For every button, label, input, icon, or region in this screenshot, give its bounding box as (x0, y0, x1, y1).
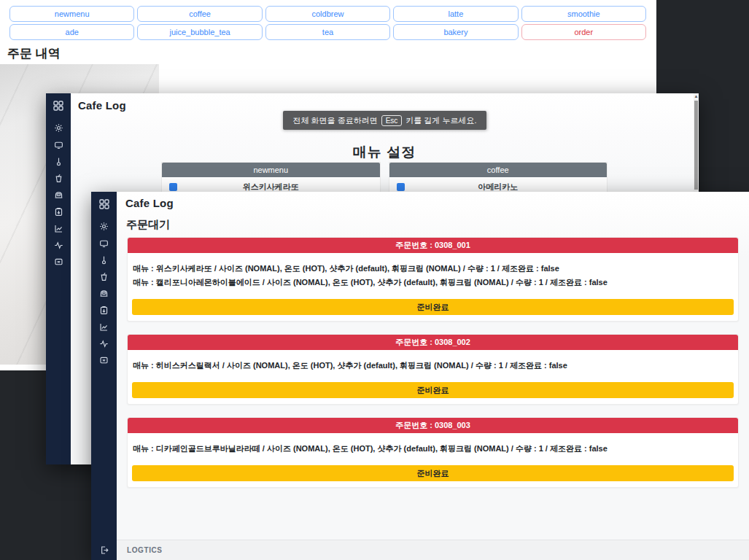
column-header: newmenu (162, 163, 380, 177)
order-number-bar: 주문번호 : 0308_001 (128, 238, 738, 253)
ready-button[interactable]: 준비완료 (132, 382, 734, 398)
order-history-title: 주문 내역 (7, 45, 61, 62)
tab-coffee[interactable]: coffee (137, 6, 262, 22)
order-wait-title: 주문대기 (126, 218, 170, 232)
orders-sidebar (91, 192, 117, 560)
ready-button[interactable]: 준비완료 (132, 465, 734, 481)
tab-order[interactable]: order (521, 24, 646, 40)
kiosk-icon[interactable] (54, 257, 63, 267)
monitor-icon[interactable] (99, 238, 109, 248)
column-header: coffee (389, 163, 608, 177)
menu-settings-title: 매뉴 설정 (162, 143, 607, 162)
drink-icon[interactable] (54, 174, 63, 183)
tab-newmenu[interactable]: newmenu (9, 6, 134, 22)
machine-icon[interactable] (54, 190, 63, 200)
order-item-line: 매뉴 : 위스키사케라또 / 사이즈 (NOMAL), 온도 (HOT), 샷추… (133, 262, 733, 276)
apps-icon[interactable] (53, 100, 64, 112)
apps-icon[interactable] (98, 198, 110, 210)
order-item-line: 매뉴 : 캘리포니아레몬하이볼에이드 / 사이즈 (NOMAL), 온도 (HO… (133, 276, 733, 289)
app-title: Cafe Log (125, 197, 174, 209)
gear-icon[interactable] (54, 123, 63, 133)
drink-icon[interactable] (99, 272, 109, 281)
menu-row-label: 위스키사케라또 (243, 182, 299, 192)
tab-latte[interactable]: latte (393, 6, 518, 22)
notice-text-post: 키를 길게 누르세요. (405, 115, 476, 126)
order-number-bar: 주문번호 : 0308_002 (128, 335, 738, 350)
orders-window: Cafe Log 주문대기 주문번호 : 0308_001 매뉴 : 위스키사케… (91, 192, 749, 560)
order-card-list: 주문번호 : 0308_001 매뉴 : 위스키사케라또 / 사이즈 (NOMA… (127, 237, 739, 488)
order-card: 주문번호 : 0308_001 매뉴 : 위스키사케라또 / 사이즈 (NOMA… (127, 237, 739, 322)
settings-sidebar (46, 93, 71, 464)
kiosk-icon[interactable] (99, 356, 109, 365)
order-item-line: 매뉴 : 히비스커스릴랙서 / 사이즈 (NOMAL), 온도 (HOT), 샷… (133, 359, 733, 373)
tab-coldbrew[interactable]: coldbrew (265, 6, 390, 22)
clipboard-icon[interactable] (99, 306, 109, 315)
tab-bakery[interactable]: bakery (393, 24, 518, 40)
orders-main: Cafe Log 주문대기 주문번호 : 0308_001 매뉴 : 위스키사케… (117, 192, 749, 560)
monitor-icon[interactable] (54, 140, 63, 149)
app-title: Cafe Log (78, 99, 126, 112)
chart-icon[interactable] (99, 322, 109, 332)
order-number-bar: 주문번호 : 0308_003 (128, 418, 738, 433)
order-card: 주문번호 : 0308_003 매뉴 : 디카페인골드브루바닐라라떼 / 사이즈… (127, 417, 739, 488)
menu-row-label: 아메리카노 (478, 182, 518, 192)
checkbox[interactable] (397, 183, 405, 191)
tab-tea[interactable]: tea (265, 24, 390, 40)
checkbox[interactable] (169, 183, 177, 191)
machine-icon[interactable] (99, 289, 109, 298)
activity-icon[interactable] (54, 241, 63, 250)
scrollbar-up-arrow[interactable]: ▲ (694, 94, 699, 98)
desktop: newmenu coffee coldbrew latte smoothie a… (0, 0, 749, 560)
clipboard-icon[interactable] (54, 207, 63, 217)
order-card: 주문번호 : 0308_002 매뉴 : 히비스커스릴랙서 / 사이즈 (NOM… (127, 334, 739, 405)
order-item-line: 매뉴 : 디카페인골드브루바닐라라떼 / 사이즈 (NOMAL), 온도 (HO… (133, 442, 733, 456)
gear-icon[interactable] (99, 222, 109, 231)
tab-juice-bubble-tea[interactable]: juice_bubble_tea (137, 24, 262, 40)
esc-key-badge: Esc (381, 115, 403, 126)
thermometer-icon[interactable] (54, 157, 63, 166)
ready-button[interactable]: 준비완료 (132, 299, 734, 315)
tab-ade[interactable]: ade (9, 24, 134, 40)
tab-smoothie[interactable]: smoothie (521, 6, 646, 22)
notice-text-pre: 전체 화면을 종료하려면 (293, 115, 378, 126)
menu-tab-grid: newmenu coffee coldbrew latte smoothie a… (9, 6, 646, 40)
logout-icon[interactable] (99, 545, 109, 555)
fullscreen-notice: 전체 화면을 종료하려면 Esc 키를 길게 누르세요. (283, 111, 487, 130)
chart-icon[interactable] (54, 224, 63, 233)
footer-brand: LOGTICS (117, 540, 749, 560)
scrollbar-thumb[interactable] (694, 101, 698, 190)
activity-icon[interactable] (99, 339, 109, 349)
thermometer-icon[interactable] (99, 255, 109, 265)
